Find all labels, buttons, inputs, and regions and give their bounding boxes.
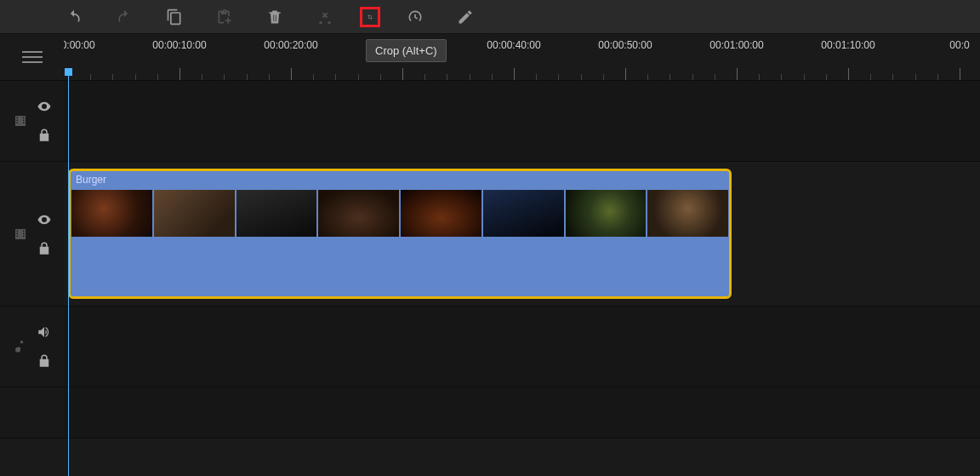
track-audio-1 bbox=[0, 307, 980, 387]
track-video-2: Burger bbox=[0, 162, 980, 307]
time-label: 00:01:10:00 bbox=[821, 39, 875, 51]
undo-button[interactable] bbox=[64, 7, 84, 27]
time-ruler[interactable]: 00:00:00:0000:00:10:0000:00:20:0000:00:3… bbox=[64, 34, 980, 80]
track-head-3 bbox=[0, 307, 64, 387]
film-icon bbox=[13, 113, 28, 129]
track-body-1[interactable] bbox=[64, 81, 980, 161]
track-body-3[interactable] bbox=[64, 307, 980, 387]
thumbnail bbox=[236, 190, 317, 237]
crop-button[interactable] bbox=[360, 7, 380, 27]
playhead[interactable] bbox=[68, 68, 69, 476]
color-edit-button[interactable] bbox=[455, 7, 476, 27]
paste-button[interactable] bbox=[214, 7, 235, 27]
time-label: 00:00:50:00 bbox=[598, 39, 652, 51]
thumbnail bbox=[154, 190, 235, 237]
track-head-4 bbox=[0, 387, 64, 438]
mute-toggle[interactable] bbox=[37, 324, 52, 340]
track-video-1 bbox=[0, 81, 980, 162]
time-label: 00:00:00:00 bbox=[64, 39, 95, 51]
ruler-row: 00:00:00:0000:00:10:0000:00:20:0000:00:3… bbox=[0, 34, 980, 81]
lock-toggle[interactable] bbox=[37, 353, 52, 369]
track-head-2 bbox=[0, 162, 64, 306]
music-icon bbox=[13, 339, 28, 354]
thumbnail bbox=[401, 190, 481, 237]
time-label: 00:00:40:00 bbox=[487, 39, 540, 51]
time-label: 00:00:20:00 bbox=[264, 39, 317, 51]
lock-toggle[interactable] bbox=[37, 241, 52, 256]
copy-button[interactable] bbox=[164, 7, 185, 27]
thumbnail bbox=[647, 190, 728, 237]
thumbnail bbox=[318, 190, 399, 237]
film-icon bbox=[13, 227, 28, 242]
hamburger-icon bbox=[22, 51, 43, 63]
time-label: 00:0 bbox=[949, 39, 969, 51]
track-empty bbox=[0, 387, 980, 439]
track-body-2[interactable]: Burger bbox=[64, 162, 980, 306]
toolbar bbox=[0, 0, 980, 34]
thumbnail bbox=[71, 190, 152, 237]
track-body-4[interactable] bbox=[64, 387, 980, 438]
visibility-toggle[interactable] bbox=[37, 212, 52, 227]
thumbnail bbox=[566, 190, 647, 237]
timeline-area: 00:00:00:0000:00:10:0000:00:20:0000:00:3… bbox=[0, 34, 980, 476]
crop-tooltip: Crop (Alt+C) bbox=[366, 39, 447, 62]
clip-title: Burger bbox=[71, 171, 729, 188]
redo-button[interactable] bbox=[114, 7, 134, 27]
split-button[interactable] bbox=[315, 7, 335, 27]
video-clip[interactable]: Burger bbox=[68, 169, 732, 299]
speed-button[interactable] bbox=[405, 7, 425, 27]
delete-button[interactable] bbox=[265, 7, 285, 27]
thumbnail bbox=[483, 190, 564, 237]
time-label: 00:00:10:00 bbox=[152, 39, 206, 51]
lock-toggle[interactable] bbox=[37, 128, 52, 143]
clip-thumbnails bbox=[71, 190, 729, 237]
timeline-menu[interactable] bbox=[0, 34, 64, 80]
time-label: 00:01:00:00 bbox=[709, 39, 763, 51]
visibility-toggle[interactable] bbox=[37, 99, 52, 114]
track-head-1 bbox=[0, 81, 64, 161]
